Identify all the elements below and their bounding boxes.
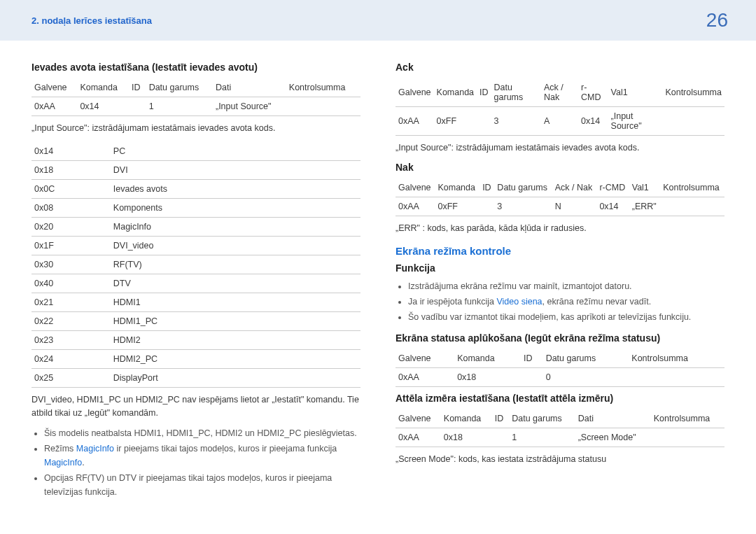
table-row: 0x25DisplayPort — [31, 368, 360, 387]
status-get-table: Galvene Komanda ID Datu garums Kontrolsu… — [396, 349, 724, 387]
list-item: Šis modelis neatbalsta HDMI1, HDMI1_PC, … — [44, 426, 360, 440]
list-item: Ja ir iespējota funkcija Video siena, ek… — [408, 295, 724, 309]
function-heading: Funkcija — [396, 262, 724, 274]
table-row: 0xAA 0x14 1 „Input Source" — [31, 97, 360, 116]
left-column: Ievades avota iestatīšana (Iestatīt ieva… — [31, 62, 378, 507]
note-text: „Input Source": izstrādājumam iestatāmai… — [396, 141, 724, 155]
th: Dati — [213, 78, 286, 97]
th: Datu garums — [146, 78, 213, 97]
list-item: Šo vadību var izmantot tikai modeļiem, k… — [408, 310, 724, 324]
note-text: „ERR" : kods, kas parāda, kāda kļūda ir … — [396, 222, 724, 235]
nak-heading: Nak — [396, 162, 724, 173]
table-row: 0xAA 0x18 0 — [396, 367, 724, 386]
table-row: 0xAA 0x18 1 „Screen Mode" — [396, 428, 724, 447]
table-row: 0x22HDMI1_PC — [31, 311, 360, 330]
note-text: DVI_video, HDMI1_PC un HDMI2_PC nav iesp… — [31, 393, 360, 420]
bullet-list: Izstrādājuma ekrāna režīmu var mainīt, i… — [396, 279, 724, 324]
table-row: 0x30RF(TV) — [31, 255, 360, 274]
table-row: 0xAA 0xFF 3 N 0x14 „ERR" — [396, 197, 724, 216]
bullet-list: Šis modelis neatbalsta HDMI1, HDMI1_PC, … — [31, 426, 360, 499]
table-row: 0x0CIevades avots — [31, 179, 360, 198]
section-heading: Ekrāna statusa aplūkošana (Iegūt ekrāna … — [396, 332, 724, 344]
section-heading: Attēla izmēra iestatīšana (Iestatīt attē… — [396, 393, 724, 404]
list-item: Izstrādājuma ekrāna režīmu var mainīt, i… — [408, 279, 724, 293]
right-column: Ack Galvene Komanda ID Datu garums Ack /… — [378, 62, 724, 507]
link-text: MagicInfo — [44, 458, 82, 468]
size-set-table: Galvene Komanda ID Datu garums Dati Kont… — [396, 409, 724, 447]
section-heading: Ievades avota iestatīšana (Iestatīt ieva… — [31, 62, 360, 73]
table-row: 0x14PC — [31, 142, 360, 161]
list-item: Režīms MagicInfo ir pieejams tikai tajos… — [44, 442, 360, 470]
link-text: Video siena — [496, 297, 542, 307]
th: Kontrolsumma — [286, 78, 360, 97]
table-row: 0x24HDMI2_PC — [31, 349, 360, 368]
th: ID — [129, 78, 146, 97]
th: Komanda — [77, 78, 129, 97]
codes-table: 0x14PC0x18DVI0x0CIevades avots0x08Kompon… — [31, 142, 360, 388]
table-row: 0x20MagicInfo — [31, 217, 360, 236]
section-heading-blue: Ekrāna režīma kontrole — [396, 245, 724, 257]
ack-table: Galvene Komanda ID Datu garums Ack / Nak… — [396, 78, 724, 136]
list-item: Opcijas RF(TV) un DTV ir pieejamas tikai… — [44, 471, 360, 499]
page-content: Ievades avota iestatīšana (Iestatīt ieva… — [0, 41, 756, 521]
table-row: 0x18DVI — [31, 160, 360, 179]
th: Galvene — [31, 78, 77, 97]
input-set-table: Galvene Komanda ID Datu garums Dati Kont… — [31, 78, 360, 116]
table-row: 0xAA 0xFF 3 A 0x14 „Input Source" — [396, 107, 724, 136]
nak-table: Galvene Komanda ID Datu garums Ack / Nak… — [396, 178, 724, 216]
table-row: 0x21HDMI1 — [31, 293, 360, 311]
table-row: 0x1FDVI_video — [31, 236, 360, 255]
table-row: 0x23HDMI2 — [31, 330, 360, 349]
note-text: „Screen Mode": kods, kas iestata izstrād… — [396, 453, 724, 466]
page-header: 2. nodaļa Ierīces iestatīšana 26 — [0, 0, 756, 41]
table-row: 0x40DTV — [31, 274, 360, 293]
link-text: MagicInfo — [76, 444, 114, 454]
chapter-label: 2. nodaļa Ierīces iestatīšana — [31, 15, 152, 26]
note-text: „Input Source": izstrādājumam iestatāmai… — [31, 122, 360, 135]
page-number: 26 — [706, 9, 728, 31]
ack-heading: Ack — [396, 62, 724, 73]
table-row: 0x08Komponents — [31, 198, 360, 217]
